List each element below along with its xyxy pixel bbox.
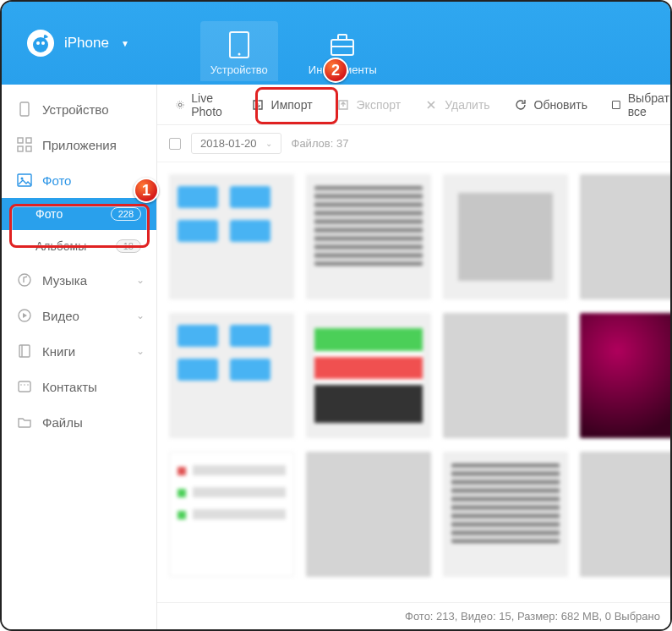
svg-rect-26: [612, 101, 620, 108]
svg-rect-13: [26, 146, 31, 151]
toolbar-export-button[interactable]: Экспорт: [326, 93, 412, 117]
livephoto-icon: [176, 98, 184, 112]
checkbox-icon: [611, 98, 621, 112]
svg-rect-12: [18, 146, 23, 151]
folder-icon: [17, 414, 32, 430]
toolbar-import-button[interactable]: Импорт: [241, 93, 323, 117]
photo-icon: [17, 173, 32, 188]
toolbox-icon: [328, 30, 357, 60]
sidebar-item-label: Контакты: [42, 380, 97, 394]
svg-rect-10: [18, 138, 23, 143]
photo-thumbnail[interactable]: [306, 174, 431, 299]
svg-point-23: [27, 384, 29, 386]
toolbar-button-label: Экспорт: [357, 98, 402, 112]
photo-thumbnail[interactable]: [580, 313, 670, 438]
header-tab-tools[interactable]: Инструменты: [298, 21, 387, 81]
photo-thumbnail[interactable]: [580, 452, 670, 577]
sidebar: Устройство Приложения Фото ⌄ Фото 228 Ал…: [2, 85, 157, 629]
main-panel: Live Photo Импорт Экспорт Удалить Обнови…: [157, 85, 670, 629]
sidebar-item-contacts[interactable]: Контакты: [2, 369, 156, 404]
sidebar-item-label: Книги: [42, 344, 75, 359]
chevron-down-icon: ⌄: [136, 345, 145, 357]
delete-icon: [424, 98, 438, 112]
date-filter-dropdown[interactable]: 2018-01-20 ⌄: [191, 133, 281, 154]
toolbar-selectall-button[interactable]: Выбрать все: [601, 86, 672, 123]
sidebar-item-apps[interactable]: Приложения: [2, 127, 156, 162]
photo-thumbnail[interactable]: [443, 313, 568, 438]
svg-rect-20: [19, 381, 30, 392]
select-all-checkbox[interactable]: [169, 138, 181, 150]
sidebar-sub-label: Альбомы: [36, 239, 86, 253]
toolbar-button-label: Удалить: [445, 98, 489, 112]
chevron-down-icon: ⌄: [136, 274, 145, 286]
export-icon: [336, 98, 350, 112]
sidebar-sub-albums[interactable]: Альбомы 18: [2, 230, 156, 262]
sidebar-item-label: Видео: [42, 309, 79, 323]
refresh-icon: [514, 98, 527, 112]
toolbar-refresh-button[interactable]: Обновить: [504, 93, 598, 117]
music-icon: [17, 272, 32, 288]
toolbar: Live Photo Импорт Экспорт Удалить Обнови…: [157, 85, 670, 125]
svg-point-22: [24, 384, 25, 386]
books-icon: [17, 343, 32, 359]
toolbar-button-label: Live Photo: [191, 91, 227, 118]
header-tab-label: Устройство: [210, 63, 268, 76]
video-icon: [17, 308, 32, 323]
device-switcher[interactable]: iPhone ▼: [2, 2, 153, 85]
svg-rect-9: [20, 102, 29, 116]
toolbar-livephoto-button[interactable]: Live Photo: [166, 86, 238, 123]
chevron-down-icon: ⌄: [265, 139, 272, 148]
sidebar-item-label: Фото: [42, 173, 71, 188]
photo-thumbnail[interactable]: [169, 174, 294, 299]
sidebar-sub-label: Фото: [36, 207, 63, 221]
sidebar-item-label: Устройство: [42, 102, 108, 117]
sidebar-item-label: Файлы: [42, 415, 83, 430]
photo-thumbnail[interactable]: [580, 174, 670, 299]
contacts-icon: [17, 379, 32, 394]
filter-bar: 2018-01-20 ⌄ Файлов: 37: [157, 125, 670, 162]
svg-point-21: [20, 384, 22, 386]
device-icon: [17, 102, 32, 117]
chevron-down-icon: ⌄: [136, 174, 145, 186]
toolbar-button-label: Обновить: [534, 98, 587, 112]
header-tab-device[interactable]: Устройство: [200, 21, 278, 81]
app-header: iPhone ▼ Устройство Инструменты: [2, 2, 670, 85]
svg-point-16: [19, 274, 30, 286]
status-text: Фото: 213, Видео: 15, Размер: 682 MB, 0 …: [405, 610, 660, 623]
svg-rect-18: [19, 345, 30, 357]
toolbar-button-label: Выбрать все: [628, 91, 672, 118]
sidebar-item-video[interactable]: Видео ⌄: [2, 298, 156, 333]
photo-thumbnail[interactable]: [169, 452, 294, 577]
sidebar-item-books[interactable]: Книги ⌄: [2, 333, 156, 369]
sidebar-item-label: Музыка: [42, 273, 87, 288]
svg-rect-11: [26, 138, 31, 143]
import-icon: [251, 98, 265, 112]
sidebar-item-files[interactable]: Файлы: [2, 404, 156, 440]
count-badge: 18: [116, 239, 141, 253]
photo-thumbnail[interactable]: [443, 452, 568, 577]
svg-point-24: [178, 103, 182, 107]
device-name: iPhone: [64, 35, 109, 52]
sidebar-item-device[interactable]: Устройство: [2, 91, 156, 127]
svg-point-3: [41, 41, 45, 45]
header-tab-label: Инструменты: [309, 63, 377, 76]
photo-thumbnail[interactable]: [443, 174, 568, 299]
sidebar-item-music[interactable]: Музыка ⌄: [2, 262, 156, 298]
svg-point-1: [33, 37, 48, 52]
svg-point-5: [238, 53, 240, 56]
photo-thumbnail[interactable]: [306, 452, 431, 577]
photo-thumbnail[interactable]: [306, 313, 431, 438]
tablet-icon: [225, 30, 254, 60]
photo-thumbnail[interactable]: [169, 313, 294, 438]
apps-icon: [17, 137, 32, 152]
toolbar-button-label: Импорт: [271, 98, 313, 112]
file-count-label: Файлов: 37: [292, 137, 349, 150]
toolbar-delete-button[interactable]: Удалить: [414, 93, 500, 117]
sidebar-sub-photo[interactable]: Фото 228: [2, 198, 156, 230]
date-filter-value: 2018-01-20: [200, 137, 257, 150]
svg-point-15: [21, 178, 24, 180]
thumbnail-grid: [157, 162, 670, 629]
sidebar-item-photo[interactable]: Фото ⌄: [2, 162, 156, 198]
svg-point-25: [177, 101, 183, 107]
chevron-down-icon: ⌄: [136, 310, 145, 321]
